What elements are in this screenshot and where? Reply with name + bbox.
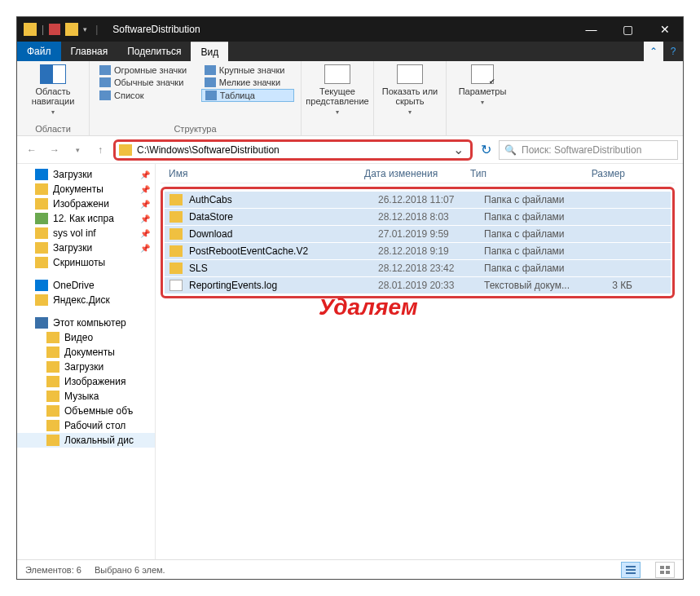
address-box[interactable]: ⌄ <box>113 139 473 161</box>
tab-share[interactable]: Поделиться <box>117 42 191 61</box>
tab-file[interactable]: Файл <box>17 42 61 61</box>
options-button[interactable]: ✔ Параметры ▾ <box>453 64 512 106</box>
thumbnails-view-button[interactable] <box>655 562 675 578</box>
file-row[interactable]: AuthCabs26.12.2018 11:07Папка с файлами <box>165 192 671 208</box>
folder-icon <box>46 332 59 343</box>
address-history-button[interactable]: ⌄ <box>450 142 467 157</box>
col-type[interactable]: Тип <box>470 168 576 179</box>
tree-item[interactable]: Объемные объ <box>17 404 155 418</box>
file-type: Папка с файлами <box>484 245 590 257</box>
svg-rect-1 <box>626 569 636 571</box>
show-hide-button[interactable]: Показать или скрыть ▾ <box>381 64 439 116</box>
tree-label: Изображения <box>64 376 125 387</box>
showhide-icon <box>397 64 423 84</box>
tree-label: Музыка <box>64 391 99 402</box>
tree-item[interactable]: Локальный дис <box>17 433 155 448</box>
folder-icon <box>46 420 59 431</box>
file-row[interactable]: DataStore28.12.2018 8:03Папка с файлами <box>165 209 671 225</box>
ribbon-collapse-button[interactable]: ⌃ <box>644 42 663 61</box>
tree-item[interactable]: Музыка <box>17 389 155 404</box>
layout-list[interactable]: Список <box>96 89 196 102</box>
folder-icon <box>169 263 183 274</box>
file-date: 28.12.2018 8:03 <box>378 211 484 223</box>
tree-item[interactable]: Загрузки <box>17 360 155 374</box>
tree-item[interactable]: Изображени📌 <box>17 196 155 211</box>
file-row[interactable]: SLS28.12.2018 23:42Папка с файлами <box>165 260 671 276</box>
file-row[interactable]: ReportingEvents.log28.01.2019 20:33Текст… <box>165 277 671 294</box>
up-button[interactable]: ↑ <box>90 140 110 160</box>
file-row[interactable]: Download27.01.2019 9:59Папка с файлами <box>165 226 671 242</box>
tree-item[interactable]: sys vol inf📌 <box>17 226 155 241</box>
tree-item[interactable]: 12. Как испра📌 <box>17 211 155 226</box>
navigation-pane-button[interactable]: Область навигации ▾ <box>24 64 82 116</box>
tree-label: Объемные объ <box>64 405 133 417</box>
tab-view[interactable]: Вид <box>191 42 228 61</box>
address-input[interactable] <box>137 144 450 156</box>
tree-label: Локальный дис <box>64 435 134 446</box>
qat-props-icon[interactable] <box>49 24 60 35</box>
details-view-button[interactable] <box>621 562 641 578</box>
layout-large-icons[interactable]: Крупные значки <box>201 64 294 76</box>
file-type: Папка с файлами <box>484 211 590 223</box>
tree-label: Яндекс.Диск <box>53 294 110 306</box>
layout-small-icons[interactable]: Мелкие значки <box>201 77 294 88</box>
qat-dropdown-icon[interactable]: ▾ <box>83 25 87 33</box>
col-size[interactable]: Размер <box>576 168 625 179</box>
folder-icon <box>119 144 132 156</box>
col-date[interactable]: Дата изменения <box>364 168 470 179</box>
search-box[interactable]: 🔍 Поиск: SoftwareDistribution <box>499 140 678 160</box>
forward-button[interactable]: → <box>45 140 64 160</box>
navpane-label: Область навигации <box>24 86 82 106</box>
file-name: ReportingEvents.log <box>189 280 378 291</box>
navigation-tree[interactable]: Загрузки📌Документы📌Изображени📌12. Как ис… <box>17 164 156 559</box>
tree-item[interactable]: Изображения <box>17 374 155 389</box>
layout-huge-icons[interactable]: Огромные значки <box>96 64 196 76</box>
file-name: DataStore <box>189 211 378 223</box>
content-area: Загрузки📌Документы📌Изображени📌12. Как ис… <box>17 164 683 559</box>
tree-item[interactable]: Загрузки📌 <box>17 167 155 182</box>
chevron-down-icon: ▾ <box>336 108 339 116</box>
svg-rect-2 <box>626 572 636 574</box>
minimize-button[interactable]: — <box>573 17 610 42</box>
list-icon <box>99 91 111 100</box>
layout-normal-icons[interactable]: Обычные значки <box>96 77 196 88</box>
back-button[interactable]: ← <box>22 140 42 160</box>
file-type: Текстовый докум... <box>484 280 590 291</box>
table-icon <box>205 91 217 100</box>
chevron-down-icon: ▾ <box>481 99 484 106</box>
help-button[interactable]: ? <box>663 42 683 61</box>
huge-label: Огромные значки <box>114 65 187 75</box>
item-count: Элементов: 6 <box>25 565 81 575</box>
tree-item[interactable]: Документы📌 <box>17 182 155 196</box>
recent-button[interactable]: ▾ <box>68 140 87 160</box>
layout-table[interactable]: Таблица <box>201 89 294 102</box>
tree-item-pc[interactable]: Этот компьютер <box>17 316 155 330</box>
tree-item[interactable]: Загрузки📌 <box>17 241 155 255</box>
svg-rect-5 <box>660 571 664 574</box>
folder-icon <box>35 169 48 180</box>
tree-label: Документы <box>64 347 115 358</box>
file-row[interactable]: PostRebootEventCache.V228.12.2018 9:19Па… <box>165 243 671 259</box>
tree-item[interactable]: Видео <box>17 330 155 345</box>
tree-item[interactable]: Рабочий стол <box>17 418 155 433</box>
close-button[interactable]: ✕ <box>646 17 683 42</box>
tree-item[interactable]: Документы <box>17 345 155 360</box>
annotation-text: Удаляем <box>319 294 418 320</box>
tab-home[interactable]: Главная <box>61 42 118 61</box>
huge-icon <box>99 65 111 75</box>
qat-folder-icon[interactable] <box>65 23 78 36</box>
tree-item[interactable]: Скриншоты <box>17 255 155 270</box>
small-label: Мелкие значки <box>219 77 280 87</box>
list-label: Список <box>114 91 144 100</box>
current-view-button[interactable]: Текущее представление ▾ <box>308 64 367 116</box>
column-headers[interactable]: Имя Дата изменения Тип Размер <box>161 164 675 183</box>
maximize-button[interactable]: ▢ <box>610 17 646 42</box>
col-name[interactable]: Имя <box>161 168 364 179</box>
tree-item[interactable]: Яндекс.Диск <box>17 293 155 307</box>
file-type: Папка с файлами <box>484 263 590 274</box>
tree-item[interactable]: OneDrive <box>17 278 155 293</box>
ribbon-group-current-view: Текущее представление ▾ <box>302 61 374 135</box>
refresh-button[interactable]: ↻ <box>476 140 495 160</box>
pin-icon: 📌 <box>140 200 150 209</box>
large-label: Крупные значки <box>219 65 285 75</box>
